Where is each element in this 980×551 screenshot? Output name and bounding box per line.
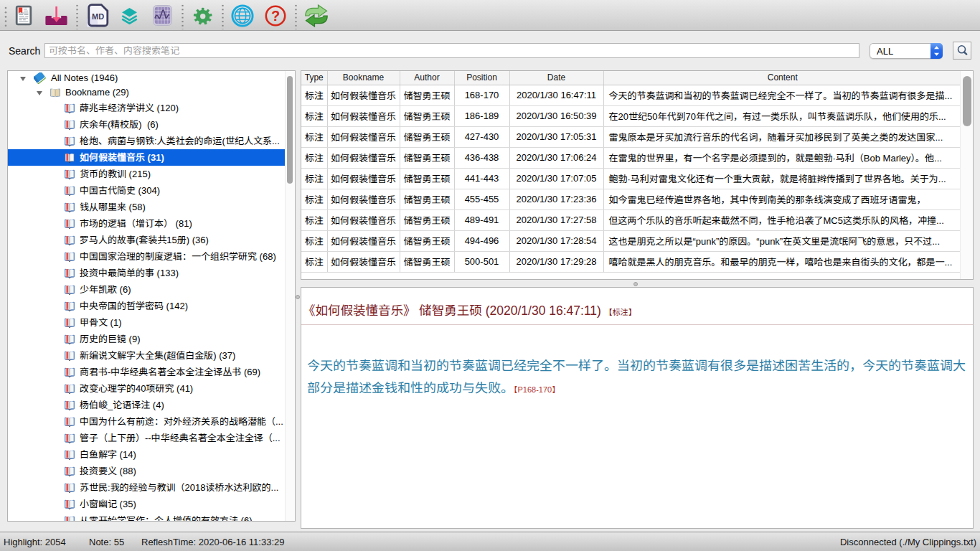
svg-text:MD: MD: [92, 12, 104, 21]
svg-text:?: ?: [271, 8, 280, 24]
